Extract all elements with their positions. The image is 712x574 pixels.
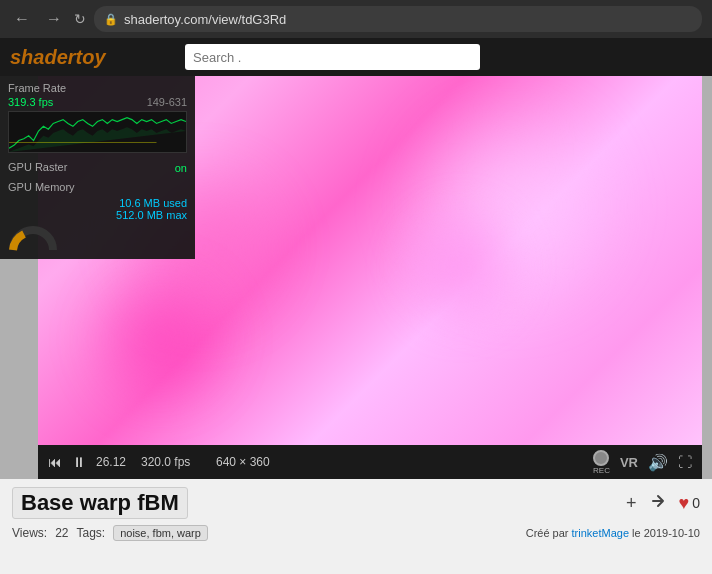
like-count: 0: [692, 495, 700, 511]
fps-value: 319.3 fps: [8, 96, 53, 108]
heart-icon: ♥: [679, 493, 690, 514]
reload-button[interactable]: ↻: [74, 11, 86, 27]
fps-graph: [8, 111, 187, 153]
url-text: shadertoy.com/view/tdG3Rd: [124, 12, 692, 27]
page-content: shadertoy Frame Rate 319.3 fps 149-631 G…: [0, 38, 712, 574]
browser-chrome: ← → ↻ 🔒 shadertoy.com/view/tdG3Rd: [0, 0, 712, 38]
memory-gauge: [8, 225, 58, 253]
fullscreen-button[interactable]: ⛶: [678, 454, 692, 470]
top-bar: shadertoy: [0, 38, 712, 76]
like-button[interactable]: ♥ 0: [679, 493, 700, 514]
fps-range: 149-631: [147, 96, 187, 108]
title-row: Base warp fBM + ♥ 0: [12, 487, 700, 519]
credit-prefix: Créé par: [526, 527, 569, 539]
shader-blob-3: [71, 259, 251, 419]
back-button[interactable]: ←: [10, 9, 34, 29]
shadertoy-logo: shadertoy: [10, 46, 106, 69]
resolution-display: 640 × 360: [216, 455, 291, 469]
views-label: Views:: [12, 526, 47, 540]
playback-bar: ⏮ ⏸ 26.12 320.0 fps 640 × 360 REC VR 🔊 ⛶: [38, 445, 702, 479]
gpu-raster-label: GPU Raster: [8, 161, 67, 173]
volume-button[interactable]: 🔊: [648, 453, 668, 472]
rec-button[interactable]: REC: [593, 450, 610, 475]
memory-row: 10.6 MB used 512.0 MB max: [8, 197, 187, 221]
share-button[interactable]: [649, 492, 667, 515]
tags-value: noise, fbm, warp: [113, 525, 208, 541]
rec-label: REC: [593, 466, 610, 475]
memory-max: 512.0 MB max: [116, 209, 187, 221]
gpu-raster-status: on: [175, 162, 187, 174]
shader-date: 2019-10-10: [644, 527, 700, 539]
action-buttons: + ♥ 0: [626, 492, 700, 515]
address-bar[interactable]: 🔒 shadertoy.com/view/tdG3Rd: [94, 6, 702, 32]
pause-button[interactable]: ⏸: [72, 455, 86, 469]
meta-row: Views: 22 Tags: noise, fbm, warp Créé pa…: [12, 525, 700, 541]
gpu-raster-row: GPU Raster on: [8, 161, 187, 175]
gpu-memory-label: GPU Memory: [8, 181, 187, 193]
date-prefix: le: [632, 527, 641, 539]
forward-button[interactable]: →: [42, 9, 66, 29]
time-display: 26.12: [96, 455, 131, 469]
frame-rate-label: Frame Rate: [8, 82, 187, 94]
rec-circle: [593, 450, 609, 466]
author-link[interactable]: trinketMage: [572, 527, 629, 539]
memory-used: 10.6 MB used: [119, 197, 187, 209]
credit-text: Créé par trinketMage le 2019-10-10: [526, 527, 700, 539]
performance-overlay: Frame Rate 319.3 fps 149-631 GPU Raster …: [0, 76, 195, 259]
add-button[interactable]: +: [626, 493, 637, 514]
search-input[interactable]: [185, 44, 480, 70]
info-panel: Base warp fBM + ♥ 0 Views: 22 Tags: nois…: [0, 479, 712, 574]
shader-title: Base warp fBM: [12, 487, 188, 519]
playback-fps: 320.0 fps: [141, 455, 206, 469]
tags-label: Tags:: [77, 526, 106, 540]
vr-button[interactable]: VR: [620, 455, 638, 470]
lock-icon: 🔒: [104, 13, 118, 26]
views-count: 22: [55, 526, 68, 540]
fps-row: 319.3 fps 149-631: [8, 96, 187, 108]
shader-blob-4: [386, 197, 536, 337]
skip-back-button[interactable]: ⏮: [48, 455, 62, 469]
